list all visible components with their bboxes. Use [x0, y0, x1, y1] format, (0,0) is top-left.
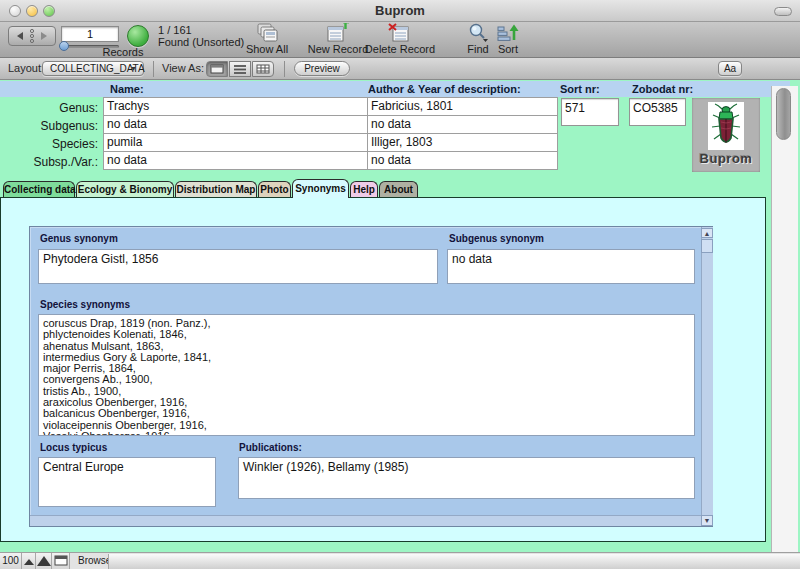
app-window: Buprom 1 1 / 161 Found (Unsorted) Record… [0, 0, 800, 569]
panel-hscrollbar-track[interactable] [30, 515, 713, 526]
zoom-in-button[interactable] [36, 553, 52, 569]
species-synonyms-label: Species synonyms [40, 299, 130, 310]
list-view-icon [230, 62, 250, 76]
window-scrollbar-track[interactable] [771, 86, 798, 552]
beetle-icon [708, 102, 744, 150]
subsp-author-field[interactable]: no data [367, 151, 558, 170]
find-icon [466, 23, 490, 43]
species-author-field[interactable]: Illiger, 1803 [367, 133, 558, 152]
delete-record-icon [388, 23, 412, 43]
toolbar-toggle-button[interactable] [774, 7, 792, 16]
panel-vscrollbar-track[interactable] [701, 227, 713, 515]
new-record-icon [326, 23, 350, 43]
delete-record-button[interactable]: Delete Record [364, 23, 436, 55]
show-all-button[interactable]: Show All [236, 23, 298, 55]
view-form-button[interactable] [206, 61, 228, 77]
window-scrollbar-thumb[interactable] [776, 88, 791, 140]
zoom-level-box: 100 [0, 553, 22, 569]
genus-synonym-label: Genus synonym [40, 233, 118, 244]
format-button[interactable]: Aa [718, 61, 742, 76]
status-toolbar: 1 1 / 161 Found (Unsorted) Records Show … [0, 22, 800, 58]
found-count: 1 / 161 [158, 24, 192, 36]
publications-label: Publications: [239, 442, 302, 453]
mode-popup[interactable]: Browse [78, 555, 111, 566]
tab-distribution-map[interactable]: Distribution Map [175, 181, 257, 197]
subgenus-author-field[interactable]: no data [367, 115, 558, 134]
hide-status-area-button[interactable] [52, 553, 70, 569]
author-column-header: Author & Year of description: [368, 83, 521, 95]
genus-name-field[interactable]: Trachys [103, 97, 368, 116]
locus-typicus-field[interactable]: Central Europe [38, 457, 216, 507]
divider [284, 61, 285, 77]
tab-collecting-data[interactable]: Collecting data [3, 181, 75, 197]
species-synonyms-field[interactable]: coruscus Drap, 1819 (non. Panz.), phlyct… [38, 314, 695, 436]
layout-bar: Layout: COLLECTING_DATA ▼ View As: [0, 58, 800, 80]
panel-vscrollbar-thumb[interactable] [701, 239, 713, 253]
new-record-button[interactable]: New Record [304, 23, 372, 55]
synonyms-tab-panel: Genus synonym Phytodera Gistl, 1856 Subg… [0, 197, 766, 542]
sort-icon [496, 23, 520, 43]
subsp-name-field[interactable]: no data [103, 151, 368, 170]
popup-arrow-icon: ▼ [130, 62, 137, 76]
zoom-out-button[interactable] [22, 553, 36, 569]
window-hscrollbar-track[interactable] [108, 554, 800, 569]
logo-text: Buprom [692, 151, 760, 166]
sort-nr-header: Sort nr: [560, 83, 600, 95]
zobodat-nr-field[interactable]: CO5385 [629, 98, 686, 126]
divider [153, 61, 154, 77]
records-caption: Records [95, 46, 151, 58]
found-set-pie-indicator[interactable] [127, 25, 149, 47]
buprom-logo: Buprom [692, 98, 760, 172]
status-bar: 100 Browse [0, 552, 800, 569]
zoom-out-icon [22, 553, 36, 569]
genus-author-field[interactable]: Fabricius, 1801 [367, 97, 558, 116]
view-as-label: View As: [162, 62, 204, 74]
genus-label: Genus: [2, 101, 98, 115]
name-column-header: Name: [110, 83, 144, 95]
sort-button[interactable]: Sort [490, 23, 526, 55]
subgenus-label: Subgenus: [2, 119, 98, 133]
genus-synonym-field[interactable]: Phytodera Gistl, 1856 [38, 249, 438, 284]
zoom-in-icon [36, 553, 52, 569]
zobodat-nr-header: Zobodat nr: [632, 83, 693, 95]
title-bar: Buprom [0, 0, 800, 22]
table-view-icon [253, 62, 273, 76]
species-name-field[interactable]: pumila [103, 133, 368, 152]
subgenus-name-field[interactable]: no data [103, 115, 368, 134]
publications-field[interactable]: Winkler (1926), Bellamy (1985) [238, 457, 695, 499]
layout-label: Layout: [8, 62, 44, 74]
species-label: Species: [2, 137, 98, 151]
record-slider-thumb[interactable] [59, 41, 69, 51]
subgenus-synonym-label: Subgenus synonym [449, 233, 544, 244]
window-title: Buprom [0, 3, 800, 18]
sort-nr-field[interactable]: 571 [561, 98, 619, 126]
tab-ecology-bionomy[interactable]: Ecology & Bionomy [76, 181, 174, 197]
status-area-icon [52, 553, 70, 569]
subgenus-synonym-field[interactable]: no data [447, 249, 695, 284]
form-view-icon [207, 62, 227, 76]
panel-scroll-up-icon[interactable]: ▲ [701, 228, 713, 238]
tab-photo[interactable]: Photo [258, 181, 291, 197]
synonyms-inner-panel: Genus synonym Phytodera Gistl, 1856 Subg… [29, 226, 713, 527]
show-all-icon [255, 23, 279, 43]
tab-synonyms[interactable]: Synonyms [292, 179, 349, 198]
tab-help[interactable]: Help [350, 181, 378, 197]
found-status: Found (Unsorted) [158, 36, 244, 48]
record-navigation-control[interactable] [8, 26, 56, 46]
view-table-button[interactable] [252, 61, 274, 77]
tab-about[interactable]: About [379, 181, 418, 197]
panel-scroll-down-icon[interactable]: ▼ [701, 515, 713, 526]
locus-typicus-label: Locus typicus [40, 442, 107, 453]
field-header-band: Name: Author & Year of description: Sort… [0, 81, 790, 97]
record-number-input[interactable]: 1 [61, 26, 119, 42]
beetle-image [708, 102, 744, 150]
record-book-icon [9, 27, 55, 45]
preview-button[interactable]: Preview [294, 61, 350, 76]
subsp-var-label: Subsp./Var.: [2, 155, 98, 169]
layout-popup-menu[interactable]: COLLECTING_DATA ▼ [42, 61, 144, 76]
view-list-button[interactable] [229, 61, 251, 77]
